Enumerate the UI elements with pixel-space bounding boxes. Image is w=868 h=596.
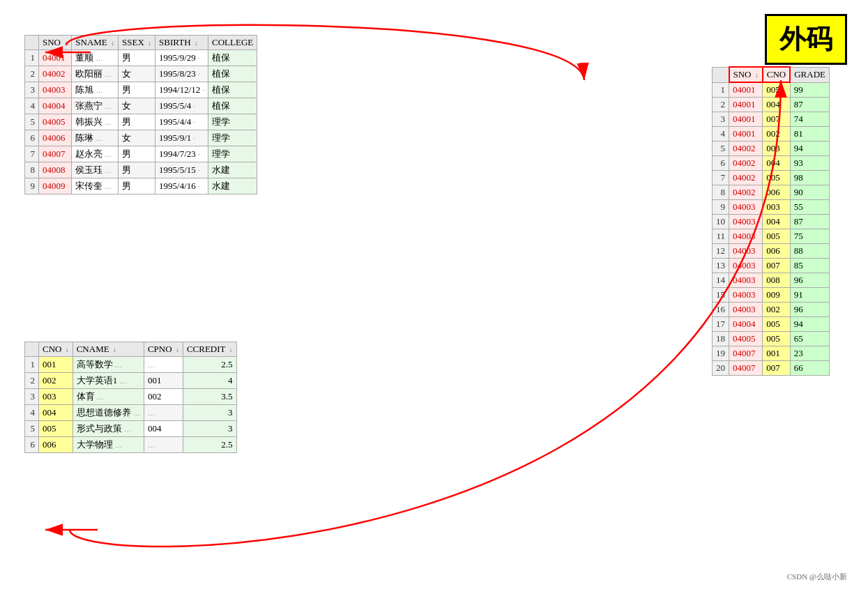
grade-cell: 90 bbox=[790, 185, 829, 200]
grade-row: 7 04002 005 98 bbox=[713, 171, 830, 185]
sbirth-cell: 1995/9/1 · bbox=[155, 130, 208, 146]
row-num: 20 bbox=[713, 361, 729, 376]
cno-cell: 003 bbox=[763, 200, 790, 215]
course-row: 3 003 体育 … 002 3.5 bbox=[25, 389, 237, 405]
student-header-sname: SNAME ↓ bbox=[72, 36, 119, 50]
grade-header-cno: CNO bbox=[763, 67, 790, 82]
sno-cell: 04007 bbox=[39, 146, 72, 162]
grade-cell: 55 bbox=[790, 200, 829, 215]
grade-cell: 66 bbox=[790, 361, 829, 376]
grade-row: 10 04003 004 87 bbox=[713, 215, 830, 229]
sname-cell: 陈琳 … bbox=[72, 130, 119, 146]
cname-cell: 大学物理 … bbox=[73, 437, 144, 453]
sno-cell: 04001 bbox=[729, 127, 763, 142]
grade-row: 9 04003 003 55 bbox=[713, 200, 830, 215]
college-cell: 植保 bbox=[208, 82, 257, 98]
ccredit-cell: 3 bbox=[183, 405, 236, 421]
student-header-college: COLLEGE bbox=[208, 36, 257, 50]
row-num: 4 bbox=[25, 405, 39, 421]
cno-cell: 005 bbox=[763, 229, 790, 244]
course-header-cpno: CPNO ↓ bbox=[144, 342, 183, 357]
student-row: 2 04002 欧阳丽 … 女 1995/8/23 · 植保 bbox=[25, 66, 257, 82]
sno-cell: 04002 bbox=[729, 156, 763, 171]
ccredit-cell: 3 bbox=[183, 421, 236, 437]
cno-cell: 002 bbox=[39, 373, 73, 389]
cno-cell: 003 bbox=[763, 142, 790, 156]
student-row: 8 04008 侯玉珏 … 男 1995/5/15 · 水建 bbox=[25, 162, 257, 178]
row-num: 3 bbox=[25, 389, 39, 405]
row-num: 17 bbox=[713, 317, 729, 332]
grade-row: 18 04005 005 65 bbox=[713, 332, 830, 346]
row-num: 6 bbox=[25, 437, 39, 453]
ccredit-cell: 3.5 bbox=[183, 389, 236, 405]
cno-cell: 004 bbox=[763, 215, 790, 229]
cno-cell: 004 bbox=[763, 98, 790, 112]
sno-cell: 04003 bbox=[729, 244, 763, 259]
sno-cell: 04007 bbox=[729, 346, 763, 361]
cpno-cell: 004 bbox=[144, 421, 183, 437]
course-header-cname: CNAME ↓ bbox=[73, 342, 144, 357]
ssex-cell: 女 bbox=[119, 66, 155, 82]
grade-row: 15 04003 009 91 bbox=[713, 288, 830, 303]
cpno-cell: 002 bbox=[144, 389, 183, 405]
grade-cell: 23 bbox=[790, 346, 829, 361]
sbirth-cell: 1995/8/23 · bbox=[155, 66, 208, 82]
row-num: 18 bbox=[713, 332, 729, 346]
sbirth-cell: 1995/5/15 · bbox=[155, 162, 208, 178]
grade-cell: 74 bbox=[790, 112, 829, 127]
sno-cell: 04003 bbox=[729, 229, 763, 244]
row-num: 1 bbox=[713, 82, 729, 98]
grade-row: 8 04002 006 90 bbox=[713, 185, 830, 200]
student-row: 9 04009 宋传奎 … 男 1995/4/16 · 水建 bbox=[25, 178, 257, 194]
sno-cell: 04001 bbox=[729, 82, 763, 98]
row-num: 2 bbox=[25, 373, 39, 389]
grade-row: 19 04007 001 23 bbox=[713, 346, 830, 361]
cpno-cell: … bbox=[144, 405, 183, 421]
grade-row: 17 04004 005 94 bbox=[713, 317, 830, 332]
row-num: 8 bbox=[25, 162, 39, 178]
cno-cell: 005 bbox=[763, 317, 790, 332]
cno-cell: 006 bbox=[763, 244, 790, 259]
course-header-cno: CNO ↓ bbox=[39, 342, 73, 357]
sno-cell: 04008 bbox=[39, 162, 72, 178]
grade-row: 11 04003 005 75 bbox=[713, 229, 830, 244]
wai-ma-label: 外码 bbox=[765, 14, 847, 65]
student-header-sno: SNO ↓ bbox=[39, 36, 72, 50]
course-table-wrap: CNO ↓ CNAME ↓ CPNO ↓ CCREDIT ↓ 1 001 高等数… bbox=[24, 342, 237, 453]
cno-cell: 004 bbox=[39, 405, 73, 421]
sbirth-cell: 1995/4/4 · bbox=[155, 114, 208, 130]
course-table: CNO ↓ CNAME ↓ CPNO ↓ CCREDIT ↓ 1 001 高等数… bbox=[24, 342, 237, 453]
cname-cell: 体育 … bbox=[73, 389, 144, 405]
sno-cell: 04001 bbox=[729, 98, 763, 112]
row-num: 3 bbox=[25, 82, 39, 98]
row-num: 8 bbox=[713, 185, 729, 200]
grade-cell: 91 bbox=[790, 288, 829, 303]
sno-cell: 04004 bbox=[729, 317, 763, 332]
grade-cell: 94 bbox=[790, 142, 829, 156]
sname-cell: 宋传奎 … bbox=[72, 178, 119, 194]
row-num: 16 bbox=[713, 303, 729, 317]
cno-cell: 002 bbox=[763, 303, 790, 317]
student-header-sbirth: SBIRTH ↓ bbox=[155, 36, 208, 50]
cno-cell: 003 bbox=[39, 389, 73, 405]
cname-cell: 思想道德修养 … bbox=[73, 405, 144, 421]
grade-table-wrap: SNO ↓ CNO GRADE 1 04001 005 99 2 04001 0… bbox=[712, 66, 830, 376]
cno-cell: 005 bbox=[763, 82, 790, 98]
ccredit-cell: 2.5 bbox=[183, 357, 236, 373]
grade-cell: 87 bbox=[790, 215, 829, 229]
row-num: 7 bbox=[25, 146, 39, 162]
grade-row: 13 04003 007 85 bbox=[713, 259, 830, 273]
row-num: 4 bbox=[25, 98, 39, 114]
row-num: 5 bbox=[713, 142, 729, 156]
sno-cell: 04003 bbox=[729, 200, 763, 215]
cname-cell: 高等数学 … bbox=[73, 357, 144, 373]
watermark: CSDN @么哒小新 bbox=[787, 572, 847, 582]
course-row: 1 001 高等数学 … … 2.5 bbox=[25, 357, 237, 373]
grade-header-rownum bbox=[713, 67, 729, 82]
sbirth-cell: 1994/12/12 · bbox=[155, 82, 208, 98]
grade-row: 16 04003 002 96 bbox=[713, 303, 830, 317]
ccredit-cell: 2.5 bbox=[183, 437, 236, 453]
cno-cell: 004 bbox=[763, 156, 790, 171]
cpno-cell: … bbox=[144, 437, 183, 453]
ccredit-cell: 4 bbox=[183, 373, 236, 389]
